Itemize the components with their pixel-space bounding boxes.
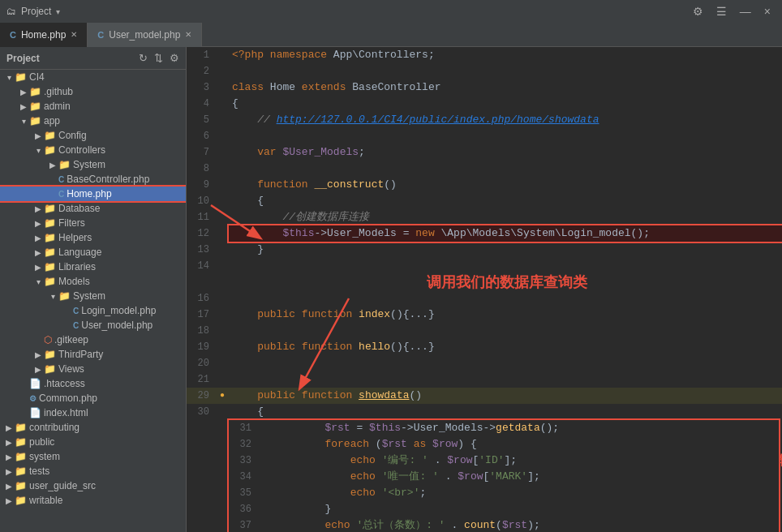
tree-item-public[interactable]: ▶ 📁 public [0, 435, 186, 449]
tree-item-gitkeep[interactable]: ▶ ⬡ .gitkeep [0, 332, 186, 347]
code-line-8: 8 [187, 161, 782, 177]
tree-item-user-guide[interactable]: ▶ 📁 user_guide_src [0, 478, 186, 493]
code-line-11: 11 //创建数据库连接 [187, 209, 782, 225]
label-writable: writable [29, 495, 62, 506]
refresh-icon[interactable]: ↻ [139, 52, 148, 64]
code-line-10: 10 { [187, 193, 782, 209]
line-num-14: 14 [187, 258, 216, 274]
code-editor[interactable]: 1 <?php namespace App\Controllers; 2 3 c… [187, 47, 782, 532]
tree-item-controllers[interactable]: ▾ 📁 Controllers [0, 143, 186, 157]
title-bar: 🗂 Project ▾ ⚙ ☰ — × [0, 0, 782, 23]
tree-item-libraries[interactable]: ▶ 📁 Libraries [0, 260, 186, 274]
tab-user-model-php[interactable]: C User_model.php ✕ [88, 23, 202, 47]
tree-item-views[interactable]: ▶ 📁 Views [0, 362, 186, 376]
label-thirdparty: ThirdParty [58, 349, 103, 360]
php-icon-common: ⚙ [29, 394, 37, 403]
tree-item-login-model[interactable]: ▶ C Login_model.php [0, 303, 186, 318]
folder-icon-admin: 📁 [29, 101, 41, 112]
tree-item-tests[interactable]: ▶ 📁 tests [0, 464, 186, 478]
tree-item-github[interactable]: ▶ 📁 .github [0, 84, 186, 99]
tree-item-ci4[interactable]: ▾ 📁 CI4 [0, 70, 186, 84]
main-area: Project ↻ ⇅ ⚙ ▾ 📁 CI4 ▶ 📁 .github [0, 47, 782, 532]
label-system-root: system [29, 451, 60, 462]
line-content-9: function __construct() [229, 177, 782, 193]
line-content-3: class Home extends BaseController [229, 79, 782, 96]
tree-item-config[interactable]: ▶ 📁 Config [0, 128, 186, 143]
arrow-app: ▾ [18, 117, 29, 126]
line-num-6: 6 [187, 128, 216, 144]
label-github: .github [44, 86, 73, 97]
label-system-models: System [73, 290, 105, 302]
tree-item-user-model[interactable]: ▶ C User_model.php [0, 318, 186, 332]
tree-item-thirdparty[interactable]: ▶ 📁 ThirdParty [0, 347, 186, 362]
tree-item-app[interactable]: ▾ 📁 app [0, 114, 186, 128]
line-num-5: 5 [187, 112, 216, 128]
code-line-30: 36 } [229, 501, 779, 517]
line-num-22: 29 [187, 388, 216, 404]
line-content-4: { [229, 96, 782, 112]
tree: ▾ 📁 CI4 ▶ 📁 .github ▶ 📁 admin ▾ 📁 app [0, 70, 186, 508]
gear-icon[interactable]: ⚙ [170, 52, 179, 64]
collapse-icon[interactable]: ⇅ [154, 52, 163, 64]
label-filters: Filters [58, 217, 85, 229]
tree-item-helpers[interactable]: ▶ 📁 Helpers [0, 230, 186, 245]
line-num-8: 8 [187, 161, 216, 177]
label-contributing: contributing [29, 422, 79, 433]
arrow-writable: ▶ [3, 496, 15, 505]
title-bar-dropdown-icon[interactable]: ▾ [56, 7, 60, 16]
line-content-25: $rst = $this->User_Models->getdata(); [271, 420, 779, 436]
tab-close-home[interactable]: ✕ [71, 30, 77, 39]
tab-label-home: Home.php [21, 29, 66, 41]
arrow-ci4: ▾ [3, 73, 15, 82]
code-line-25: 31 $rst = $this->User_Models->getdata(); [229, 420, 779, 436]
tree-item-basecontroller[interactable]: ▶ C BaseController.php [0, 172, 186, 187]
file-icon-htaccess: 📄 [29, 378, 41, 389]
folder-icon-language: 📁 [44, 247, 56, 258]
arrow-system-models: ▾ [47, 292, 58, 301]
tree-item-models[interactable]: ▾ 📁 Models [0, 274, 186, 289]
label-config: Config [58, 130, 87, 141]
line-content-30: } [271, 501, 779, 517]
tree-item-system-models[interactable]: ▾ 📁 System [0, 289, 186, 303]
arrow-user-guide: ▶ [3, 482, 15, 491]
git-icon-gitkeep: ⬡ [44, 334, 52, 345]
folder-icon-system-controllers: 📁 [58, 159, 71, 170]
minimize-icon[interactable]: — [735, 3, 756, 19]
line-num-16: 16 [187, 290, 216, 307]
close-icon[interactable]: × [759, 3, 776, 19]
tab-label-user-model: User_model.php [109, 29, 180, 41]
tree-item-system-root[interactable]: ▶ 📁 system [0, 449, 186, 464]
code-line-20: 20 [187, 355, 782, 371]
code-line-27: 33 echo '编号: ' . $row['ID']; [229, 453, 779, 469]
tree-item-contributing[interactable]: ▶ 📁 contributing [0, 420, 186, 435]
tree-item-admin[interactable]: ▶ 📁 admin [0, 99, 186, 114]
layout-icon[interactable]: ☰ [711, 3, 732, 19]
tree-item-common-php[interactable]: ▶ ⚙ Common.php [0, 391, 186, 405]
tab-home-php[interactable]: C Home.php ✕ [0, 23, 88, 47]
tab-close-user-model[interactable]: ✕ [185, 30, 191, 39]
line-content-1: <?php namespace App\Controllers; [229, 47, 782, 63]
arrow-thirdparty: ▶ [32, 350, 44, 359]
php-icon-basecontroller: C [58, 175, 64, 184]
tree-item-index-html[interactable]: ▶ 📄 index.html [0, 405, 186, 420]
line-num-12: 12 [187, 225, 216, 242]
folder-icon-writable: 📁 [15, 495, 27, 506]
arrow-public: ▶ [3, 438, 15, 447]
line-num-28: 34 [229, 469, 258, 485]
code-line-14: 14 [187, 258, 782, 274]
tree-item-database[interactable]: ▶ 📁 Database [0, 201, 186, 216]
folder-icon-config: 📁 [44, 130, 56, 141]
settings-icon[interactable]: ⚙ [688, 3, 708, 19]
warning-dot-22: ● [220, 388, 225, 404]
tree-item-home[interactable]: ▶ C Home.php [0, 187, 186, 201]
code-line-16: 16 [187, 290, 782, 307]
line-content-31: echo '总计（条数）: ' . count($rst); [271, 517, 779, 532]
tree-item-system-controllers[interactable]: ▶ 📁 System [0, 157, 186, 172]
tree-item-htaccess[interactable]: ▶ 📄 .htaccess [0, 376, 186, 391]
label-htaccess: .htaccess [44, 378, 85, 389]
tree-item-language[interactable]: ▶ 📁 Language [0, 245, 186, 260]
code-line-26: 32 foreach ($rst as $row) { [229, 436, 779, 453]
tree-item-writable[interactable]: ▶ 📁 writable [0, 493, 186, 508]
label-controllers: Controllers [58, 144, 105, 156]
tree-item-filters[interactable]: ▶ 📁 Filters [0, 216, 186, 230]
